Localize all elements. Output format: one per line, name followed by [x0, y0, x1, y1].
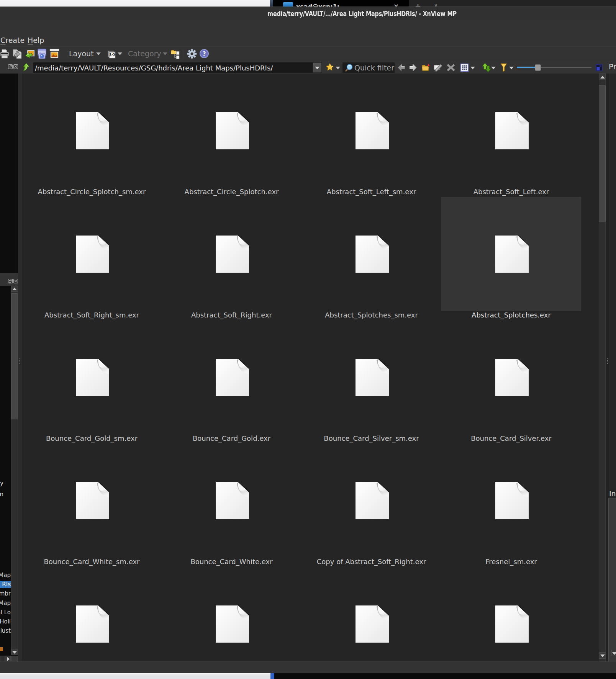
- file-thumbnail: [162, 320, 301, 434]
- capture-icon[interactable]: [38, 49, 46, 59]
- zoom-slider-handle[interactable]: [535, 64, 541, 71]
- export-icon[interactable]: [25, 49, 35, 59]
- print-icon[interactable]: [0, 49, 10, 59]
- panel-layout-icon[interactable]: [596, 64, 603, 71]
- quick-filter-input[interactable]: Quick filter: [342, 62, 395, 73]
- info-scrollbar-down-button[interactable]: [611, 650, 616, 656]
- zoom-slider-track[interactable]: [541, 67, 591, 68]
- file-item[interactable]: Bounce_Card_Gold_sm.exr: [22, 320, 162, 443]
- tree-item[interactable]: Holi: [0, 618, 11, 625]
- file-item[interactable]: Abstract_Circle_Splotch_sm.exr: [22, 74, 162, 197]
- menu-help[interactable]: Help: [28, 36, 44, 44]
- file-item[interactable]: Abstract_Splotches_sm.exr: [301, 197, 441, 320]
- back-icon[interactable]: [398, 64, 405, 72]
- file-item[interactable]: Bounce_Card_Gold.exr: [162, 320, 301, 443]
- terminal-tab-icon: [283, 2, 293, 7]
- menu-create[interactable]: Create: [0, 36, 25, 44]
- file-item[interactable]: Abstract_Soft_Right_sm.exr: [22, 197, 162, 320]
- file-thumbnail: [162, 567, 301, 661]
- title-bar[interactable]: media/terry/VAULT/…/Area Light Maps/Plus…: [0, 7, 616, 20]
- tree-item[interactable]: al Lo: [0, 609, 11, 616]
- document-icon: [495, 482, 529, 519]
- parent-folder-icon[interactable]: [23, 63, 29, 71]
- category-dropdown[interactable]: Category: [128, 49, 161, 58]
- help-icon[interactable]: ?: [200, 49, 209, 58]
- sort-icon[interactable]: [482, 63, 491, 72]
- tree-item[interactable]: Map: [0, 600, 11, 607]
- background-window-top: [0, 0, 270, 7]
- view-mode-icon[interactable]: [460, 64, 469, 72]
- dock-close-icon[interactable]: [13, 64, 18, 69]
- category-sets-icon[interactable]: [171, 49, 180, 59]
- file-name: Abstract_Soft_Right.exr: [162, 311, 301, 320]
- document-icon: [76, 112, 109, 149]
- thumbnail-size-dropdown-arrow-icon[interactable]: [118, 52, 122, 55]
- favorites-star-icon[interactable]: [326, 63, 334, 71]
- file-thumbnail: [22, 320, 162, 434]
- tree-scrollbar-up-button[interactable]: [11, 286, 18, 292]
- tree-item[interactable]: mbr: [0, 590, 11, 597]
- file-item[interactable]: [441, 567, 581, 661]
- dock-float-icon[interactable]: [8, 279, 13, 283]
- document-icon: [216, 605, 249, 643]
- file-item[interactable]: [162, 567, 301, 661]
- layout-dropdown[interactable]: Layout: [69, 49, 94, 58]
- view-mode-dropdown-arrow-icon[interactable]: [470, 67, 475, 69]
- terminal-tab-list-chevron-icon[interactable]: ∨: [434, 2, 438, 7]
- browser-scrollbar-up-button[interactable]: [599, 74, 606, 80]
- filter-funnel-icon[interactable]: [500, 63, 507, 72]
- category-dropdown-arrow-icon[interactable]: [163, 52, 167, 55]
- document-icon: [216, 482, 249, 519]
- file-item[interactable]: Copy of Abstract_Soft_Right.exr: [301, 443, 441, 567]
- address-bar[interactable]: /media/terry/VAULT/Resources/GSG/hdris/A…: [33, 62, 313, 73]
- favorites-dropdown-arrow-icon[interactable]: [336, 67, 340, 69]
- layout-dropdown-arrow-icon[interactable]: [96, 52, 101, 55]
- zoom-slider-track-filled[interactable]: [517, 67, 535, 68]
- file-item[interactable]: Abstract_Soft_Left.exr: [441, 74, 581, 197]
- file-item[interactable]: Abstract_Splotches.exr: [441, 197, 581, 320]
- left-panel-bottom-header: [0, 273, 18, 286]
- dock-close-icon[interactable]: [13, 279, 18, 283]
- forward-icon[interactable]: [409, 64, 417, 72]
- batch-convert-icon[interactable]: [13, 49, 22, 59]
- thumbnail-size-icon[interactable]: 1-5: [108, 51, 116, 59]
- terminal-tab[interactable]: xsad@xsn:1: ×: [273, 0, 409, 7]
- file-item[interactable]: Abstract_Soft_Left_sm.exr: [301, 74, 441, 197]
- file-item[interactable]: Fresnel_sm.exr: [441, 443, 581, 567]
- browser-scrollbar-down-button[interactable]: [599, 652, 606, 659]
- dock-float-icon[interactable]: [8, 64, 13, 69]
- sort-dropdown-arrow-icon[interactable]: [491, 67, 496, 69]
- file-name: Abstract_Circle_Splotch_sm.exr: [22, 188, 162, 197]
- terminal-new-tab-button[interactable]: +: [415, 2, 421, 7]
- file-item[interactable]: Abstract_Soft_Right.exr: [162, 197, 301, 320]
- left-splitter[interactable]: [18, 74, 22, 661]
- new-folder-icon[interactable]: [422, 64, 430, 72]
- file-item[interactable]: Bounce_Card_White.exr: [162, 443, 301, 567]
- tree-item[interactable]: n: [0, 491, 3, 498]
- filter-dropdown-arrow-icon[interactable]: [509, 67, 514, 69]
- document-icon: [76, 605, 109, 643]
- tree-item[interactable]: Map: [0, 572, 11, 579]
- browser-scrollbar-thumb[interactable]: [599, 85, 606, 222]
- address-dropdown-button[interactable]: [313, 62, 322, 73]
- file-item[interactable]: [301, 567, 441, 661]
- file-item[interactable]: Abstract_Circle_Splotch.exr: [162, 74, 301, 197]
- file-item[interactable]: Bounce_Card_White_sm.exr: [22, 443, 162, 567]
- terminal-tab-close-icon[interactable]: ×: [393, 2, 399, 7]
- settings-gear-icon[interactable]: [187, 49, 197, 59]
- tree-scrollbar-thumb[interactable]: [11, 293, 18, 419]
- file-item[interactable]: [22, 567, 162, 661]
- tree-item[interactable]: RIs: [0, 581, 11, 588]
- document-icon: [356, 605, 389, 643]
- delete-icon[interactable]: [447, 64, 455, 72]
- tree-item[interactable]: lust: [0, 627, 11, 634]
- file-item[interactable]: Bounce_Card_Silver.exr: [441, 320, 581, 443]
- slideshow-icon[interactable]: [49, 49, 59, 59]
- document-icon: [356, 482, 389, 519]
- tree-item[interactable]: y: [0, 480, 3, 487]
- rename-icon[interactable]: [434, 64, 443, 72]
- file-name: Fresnel_sm.exr: [441, 558, 581, 567]
- file-item[interactable]: Bounce_Card_Silver_sm.exr: [301, 320, 441, 443]
- tree-hscrollbar-right-button[interactable]: [5, 656, 11, 661]
- tree-scrollbar-down-button[interactable]: [11, 649, 18, 655]
